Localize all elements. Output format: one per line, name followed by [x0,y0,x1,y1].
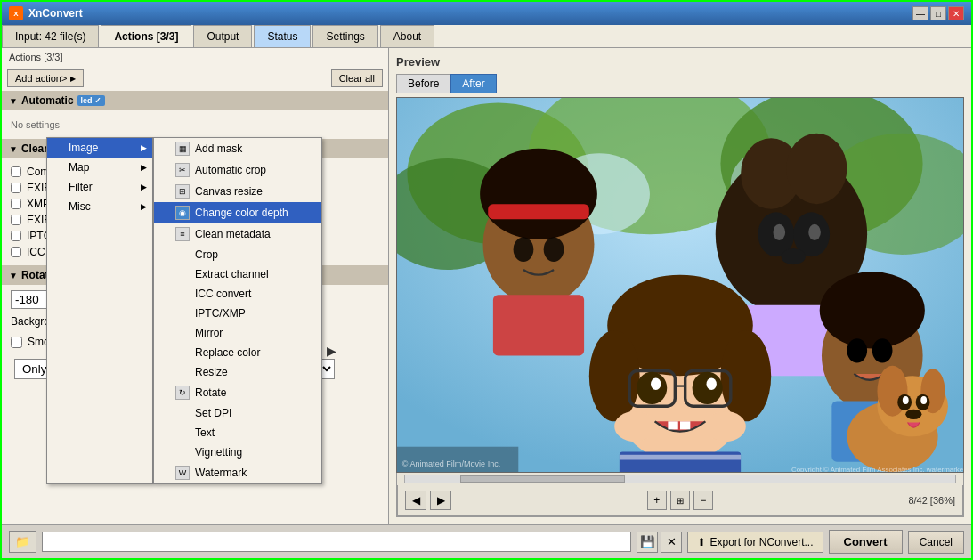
submenu-iptc-xmp[interactable]: IPTC/XMP [154,304,321,323]
svg-point-20 [808,224,821,240]
submenu-arrow: ▶ [322,342,340,360]
menu-item-image[interactable]: Image [47,138,152,158]
clean-metadata-arrow: ▼ [9,144,18,154]
svg-point-32 [651,377,661,390]
maximize-button[interactable]: □ [930,6,946,20]
submenu-change-color-depth[interactable]: ◉ Change color depth [154,202,321,223]
svg-point-53 [905,410,921,419]
vignetting-label: Vignetting [195,446,242,459]
content-area: Actions [3/3] Add action> Clear all ▼ Au… [2,48,971,524]
preview-image-area[interactable]: © Animated Film/Movie Inc. Copyright © A… [396,97,964,473]
automatic-arrow: ▼ [9,96,18,106]
delete-button[interactable]: ✕ [661,532,682,553]
minimize-button[interactable]: — [912,6,928,20]
zoom-out-button[interactable]: − [693,491,713,510]
tab-bar: Input: 42 file(s) Actions [3/3] Output S… [2,25,971,48]
submenu-crop[interactable]: Crop [154,245,321,264]
submenu-icc-convert[interactable]: ICC convert [154,284,321,304]
exif-thumbnail-checkbox[interactable] [11,215,21,225]
svg-point-52 [920,396,927,404]
svg-point-37 [705,411,745,442]
rotate-menu-icon: ↻ [175,386,190,400]
svg-rect-34 [668,421,677,429]
automatic-crop-icon: ✂ [175,163,190,177]
automatic-crop-label: Automatic crop [195,164,266,176]
comment-checkbox[interactable] [11,166,21,177]
submenu-vignetting[interactable]: Vignetting [154,442,321,462]
submenu-set-dpi[interactable]: Set DPI [154,403,321,423]
submenu-extract-channel[interactable]: Extract channel [154,264,321,284]
submenu-canvas-resize[interactable]: ⊞ Canvas resize [154,181,321,202]
cancel-button[interactable]: Cancel [908,531,964,554]
add-action-button[interactable]: Add action> [7,69,84,87]
path-input[interactable] [42,532,631,552]
exif-checkbox[interactable] [11,183,21,193]
replace-color-label: Replace color [195,346,260,359]
submenu-rotate[interactable]: ↻ Rotate [154,382,321,403]
submenu-mirror[interactable]: Mirror [154,323,321,343]
submenu-resize[interactable]: Resize [154,362,321,382]
extract-channel-label: Extract channel [195,268,269,280]
menu-item-filter[interactable]: Filter [47,177,152,197]
tab-settings[interactable]: Settings [312,25,377,47]
image-submenu: ▦ Add mask ✂ Automatic crop ⊞ Canvas res… [153,137,322,484]
submenu-automatic-crop[interactable]: ✂ Automatic crop [154,159,321,181]
save-button[interactable]: 💾 [637,532,658,553]
tab-about[interactable]: About [380,25,434,47]
next-button[interactable]: ▶ [430,491,451,510]
menu-item-map[interactable]: Map [47,158,152,177]
folder-button[interactable]: 📁 [9,531,36,553]
iptc-checkbox[interactable] [11,231,21,241]
iptc-xmp-label: IPTC/XMP [195,307,246,320]
clear-all-button[interactable]: Clear all [331,69,383,87]
preview-header: Preview [396,55,964,69]
svg-point-43 [872,338,893,362]
prev-button[interactable]: ◀ [405,491,426,510]
icc-profile-checkbox[interactable] [11,247,21,257]
menu-item-map-label: Map [69,161,89,174]
menu-item-image-label: Image [69,142,98,154]
preview-bottom-bar: ◀ ▶ + ⊞ − 8/42 [36%] [397,485,963,516]
tab-output[interactable]: Output [193,25,252,47]
add-mask-label: Add mask [195,142,242,155]
xmp-checkbox[interactable] [11,199,21,209]
zoom-fit-button[interactable]: ⊞ [670,491,690,510]
export-button[interactable]: ⬆ Export for NConvert... [687,532,823,553]
tab-status[interactable]: Status [254,25,311,47]
mirror-label: Mirror [195,327,223,339]
zoom-in-button[interactable]: + [647,491,667,510]
rotate-menu-label: Rotate [195,386,226,399]
add-mask-icon: ▦ [175,142,190,156]
canvas-resize-icon: ⊞ [175,184,190,199]
set-dpi-label: Set DPI [195,407,231,419]
svg-point-42 [847,338,867,362]
preview-scrollbar[interactable] [404,475,956,483]
submenu-add-mask[interactable]: ▦ Add mask [154,138,321,159]
preview-tab-before[interactable]: Before [396,74,450,93]
submenu-clean-metadata[interactable]: ≡ Clean metadata [154,223,321,245]
svg-point-16 [786,134,847,205]
preview-tab-after[interactable]: After [450,74,496,93]
svg-point-9 [480,149,597,239]
close-button[interactable]: ✕ [948,6,964,20]
clean-metadata-menu-label: Clean metadata [195,228,271,240]
submenu-replace-color[interactable]: Replace color [154,343,321,362]
smooth-checkbox[interactable] [11,337,22,348]
svg-point-33 [707,377,717,390]
submenu-watermark[interactable]: W Watermark [154,462,321,483]
svg-point-31 [693,372,723,404]
menu-item-misc[interactable]: Misc [47,197,152,216]
preview-image-svg: © Animated Film/Movie Inc. Copyright © A… [397,98,963,472]
left-panel: Actions [3/3] Add action> Clear all ▼ Au… [2,48,389,524]
svg-point-19 [773,224,785,240]
preview-zoom-controls: + ⊞ − [647,491,713,510]
clean-metadata-icon: ≡ [175,227,190,241]
automatic-section-header[interactable]: ▼ Automatic led ✓ [2,91,388,110]
preview-scroll-thumb [460,475,625,483]
submenu-text[interactable]: Text [154,423,321,442]
tab-actions[interactable]: Actions [3/3] [101,25,191,47]
watermark-icon: W [175,466,190,480]
convert-button[interactable]: Convert [829,530,903,554]
svg-rect-38 [620,451,741,472]
tab-input[interactable]: Input: 42 file(s) [2,25,99,47]
